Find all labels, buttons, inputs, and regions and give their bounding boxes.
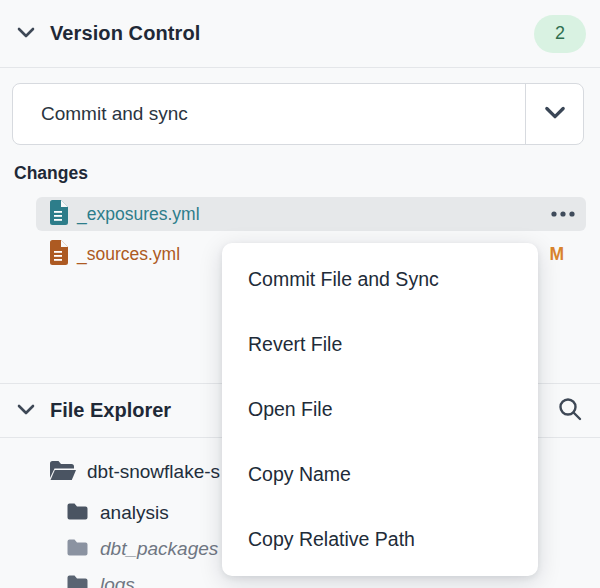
tree-item-label[interactable]: analysis	[100, 502, 169, 524]
commit-action-dropdown[interactable]: Commit and sync	[12, 83, 584, 145]
changed-file-row[interactable]: _exposures.yml	[36, 197, 586, 231]
tree-item-label[interactable]: logs	[100, 574, 135, 588]
tree-item-label[interactable]: dbt_packages	[100, 538, 218, 560]
folder-icon	[66, 538, 89, 561]
menu-item-revert-file[interactable]: Revert File	[222, 312, 538, 377]
version-control-title: Version Control	[50, 22, 200, 45]
divider	[0, 67, 600, 68]
changes-count-badge: 2	[534, 15, 586, 53]
menu-item-copy-name[interactable]: Copy Name	[222, 442, 538, 507]
file-icon	[48, 240, 68, 269]
menu-item-open-file[interactable]: Open File	[222, 377, 538, 442]
version-control-header: Version Control 2	[0, 0, 600, 67]
file-explorer-title: File Explorer	[50, 399, 171, 422]
menu-item-copy-relative-path[interactable]: Copy Relative Path	[222, 507, 538, 572]
search-button[interactable]	[556, 395, 584, 427]
changed-file-name[interactable]: _sources.yml	[77, 244, 180, 265]
file-icon	[48, 200, 68, 229]
tree-item-label[interactable]: dbt-snowflake-s	[87, 461, 220, 483]
folder-icon	[66, 574, 89, 588]
changed-file-name[interactable]: _exposures.yml	[77, 204, 200, 225]
file-context-menu: Commit File and Sync Revert File Open Fi…	[222, 243, 538, 576]
chevron-down-icon[interactable]	[14, 20, 38, 48]
folder-icon	[66, 502, 89, 525]
more-horizontal-icon[interactable]	[550, 205, 576, 223]
search-icon	[556, 395, 584, 427]
menu-item-commit-file-and-sync[interactable]: Commit File and Sync	[222, 247, 538, 312]
chevron-down-icon[interactable]	[14, 397, 38, 425]
chevron-down-icon	[541, 98, 569, 130]
folder-open-icon	[48, 459, 76, 486]
changes-section-label: Changes	[14, 163, 586, 184]
commit-action-value[interactable]: Commit and sync	[13, 84, 525, 144]
modified-status-badge: M	[549, 244, 576, 265]
commit-action-toggle[interactable]	[525, 84, 583, 144]
